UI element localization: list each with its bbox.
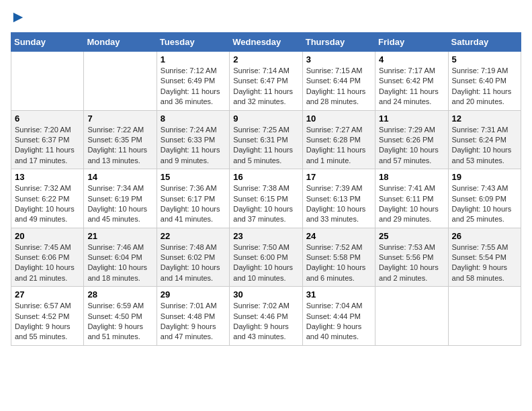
cell-content: Sunrise: 7:14 AMSunset: 6:47 PMDaylight:… bbox=[233, 66, 298, 107]
logo bbox=[11, 11, 24, 27]
day-number: 6 bbox=[15, 113, 80, 124]
day-number: 21 bbox=[87, 231, 152, 241]
day-number: 2 bbox=[233, 54, 298, 64]
cell-content: Sunrise: 7:24 AMSunset: 6:33 PMDaylight:… bbox=[161, 125, 226, 167]
week-row-0: 1Sunrise: 7:12 AMSunset: 6:49 PMDaylight… bbox=[11, 52, 521, 111]
calendar-table: SundayMondayTuesdayWednesdayThursdayFrid… bbox=[11, 32, 521, 346]
header-wednesday: Wednesday bbox=[230, 33, 302, 52]
day-number: 12 bbox=[452, 113, 517, 124]
calendar-cell: 15Sunrise: 7:36 AMSunset: 6:17 PMDayligh… bbox=[157, 169, 229, 228]
calendar-cell: 28Sunrise: 6:59 AMSunset: 4:50 PMDayligh… bbox=[84, 287, 157, 346]
cell-content: Sunrise: 7:22 AMSunset: 6:35 PMDaylight:… bbox=[87, 125, 152, 167]
calendar-cell: 1Sunrise: 7:12 AMSunset: 6:49 PMDaylight… bbox=[157, 52, 229, 111]
calendar-cell: 9Sunrise: 7:25 AMSunset: 6:31 PMDaylight… bbox=[230, 110, 302, 169]
cell-content: Sunrise: 7:38 AMSunset: 6:15 PMDaylight:… bbox=[233, 183, 298, 225]
calendar-cell: 12Sunrise: 7:31 AMSunset: 6:24 PMDayligh… bbox=[448, 110, 521, 169]
day-number: 28 bbox=[87, 289, 152, 300]
week-row-2: 13Sunrise: 7:32 AMSunset: 6:22 PMDayligh… bbox=[11, 169, 521, 228]
cell-content: Sunrise: 7:12 AMSunset: 6:49 PMDaylight:… bbox=[161, 66, 226, 107]
day-number: 7 bbox=[87, 113, 152, 124]
day-number: 10 bbox=[306, 113, 371, 124]
cell-content: Sunrise: 7:19 AMSunset: 6:40 PMDaylight:… bbox=[452, 66, 517, 107]
cell-content: Sunrise: 7:55 AMSunset: 5:54 PMDaylight:… bbox=[452, 242, 517, 284]
cell-content: Sunrise: 7:52 AMSunset: 5:58 PMDaylight:… bbox=[306, 242, 371, 284]
cell-content: Sunrise: 7:45 AMSunset: 6:06 PMDaylight:… bbox=[15, 242, 80, 284]
calendar-cell: 19Sunrise: 7:43 AMSunset: 6:09 PMDayligh… bbox=[448, 169, 521, 228]
cell-content: Sunrise: 7:01 AMSunset: 4:48 PMDaylight:… bbox=[161, 301, 226, 342]
cell-content: Sunrise: 6:57 AMSunset: 4:52 PMDaylight:… bbox=[15, 301, 80, 342]
calendar-cell: 13Sunrise: 7:32 AMSunset: 6:22 PMDayligh… bbox=[11, 169, 84, 228]
header-monday: Monday bbox=[84, 33, 157, 52]
cell-content: Sunrise: 7:32 AMSunset: 6:22 PMDaylight:… bbox=[15, 183, 80, 225]
calendar-cell bbox=[11, 52, 84, 111]
cell-content: Sunrise: 7:41 AMSunset: 6:11 PMDaylight:… bbox=[379, 183, 444, 225]
calendar-cell: 31Sunrise: 7:04 AMSunset: 4:44 PMDayligh… bbox=[302, 287, 375, 346]
page-header bbox=[11, 11, 521, 27]
calendar-cell: 30Sunrise: 7:02 AMSunset: 4:46 PMDayligh… bbox=[230, 287, 302, 346]
day-number: 8 bbox=[161, 113, 226, 124]
cell-content: Sunrise: 7:46 AMSunset: 6:04 PMDaylight:… bbox=[87, 242, 152, 284]
header-sunday: Sunday bbox=[11, 33, 84, 52]
calendar-cell: 16Sunrise: 7:38 AMSunset: 6:15 PMDayligh… bbox=[230, 169, 302, 228]
day-number: 26 bbox=[452, 231, 517, 241]
day-number: 5 bbox=[452, 54, 517, 64]
calendar-header-row: SundayMondayTuesdayWednesdayThursdayFrid… bbox=[11, 33, 521, 52]
calendar-cell: 24Sunrise: 7:52 AMSunset: 5:58 PMDayligh… bbox=[302, 228, 375, 287]
calendar-cell: 17Sunrise: 7:39 AMSunset: 6:13 PMDayligh… bbox=[302, 169, 375, 228]
cell-content: Sunrise: 7:25 AMSunset: 6:31 PMDaylight:… bbox=[233, 125, 298, 167]
calendar-cell: 22Sunrise: 7:48 AMSunset: 6:02 PMDayligh… bbox=[157, 228, 229, 287]
cell-content: Sunrise: 7:53 AMSunset: 5:56 PMDaylight:… bbox=[379, 242, 444, 284]
calendar-cell: 26Sunrise: 7:55 AMSunset: 5:54 PMDayligh… bbox=[448, 228, 521, 287]
day-number: 29 bbox=[161, 289, 226, 300]
day-number: 22 bbox=[161, 231, 226, 241]
cell-content: Sunrise: 6:59 AMSunset: 4:50 PMDaylight:… bbox=[87, 301, 152, 342]
calendar-cell: 11Sunrise: 7:29 AMSunset: 6:26 PMDayligh… bbox=[375, 110, 448, 169]
day-number: 19 bbox=[452, 172, 517, 182]
day-number: 16 bbox=[233, 172, 298, 182]
week-row-1: 6Sunrise: 7:20 AMSunset: 6:37 PMDaylight… bbox=[11, 110, 521, 169]
week-row-4: 27Sunrise: 6:57 AMSunset: 4:52 PMDayligh… bbox=[11, 287, 521, 346]
calendar-cell: 21Sunrise: 7:46 AMSunset: 6:04 PMDayligh… bbox=[84, 228, 157, 287]
calendar-cell: 8Sunrise: 7:24 AMSunset: 6:33 PMDaylight… bbox=[157, 110, 229, 169]
calendar-cell bbox=[448, 287, 521, 346]
day-number: 15 bbox=[161, 172, 226, 182]
calendar-cell: 5Sunrise: 7:19 AMSunset: 6:40 PMDaylight… bbox=[448, 52, 521, 111]
calendar-cell: 18Sunrise: 7:41 AMSunset: 6:11 PMDayligh… bbox=[375, 169, 448, 228]
cell-content: Sunrise: 7:17 AMSunset: 6:42 PMDaylight:… bbox=[379, 66, 444, 107]
day-number: 27 bbox=[15, 289, 80, 300]
cell-content: Sunrise: 7:31 AMSunset: 6:24 PMDaylight:… bbox=[452, 125, 517, 167]
day-number: 18 bbox=[379, 172, 444, 182]
calendar-cell: 4Sunrise: 7:17 AMSunset: 6:42 PMDaylight… bbox=[375, 52, 448, 111]
cell-content: Sunrise: 7:36 AMSunset: 6:17 PMDaylight:… bbox=[161, 183, 226, 225]
day-number: 13 bbox=[15, 172, 80, 182]
calendar-cell: 7Sunrise: 7:22 AMSunset: 6:35 PMDaylight… bbox=[84, 110, 157, 169]
day-number: 3 bbox=[306, 54, 371, 64]
calendar-cell: 23Sunrise: 7:50 AMSunset: 6:00 PMDayligh… bbox=[230, 228, 302, 287]
cell-content: Sunrise: 7:50 AMSunset: 6:00 PMDaylight:… bbox=[233, 242, 298, 284]
header-tuesday: Tuesday bbox=[157, 33, 229, 52]
day-number: 4 bbox=[379, 54, 444, 64]
day-number: 31 bbox=[306, 289, 371, 300]
cell-content: Sunrise: 7:39 AMSunset: 6:13 PMDaylight:… bbox=[306, 183, 371, 225]
cell-content: Sunrise: 7:29 AMSunset: 6:26 PMDaylight:… bbox=[379, 125, 444, 167]
day-number: 30 bbox=[233, 289, 298, 300]
day-number: 23 bbox=[233, 231, 298, 241]
calendar-cell: 10Sunrise: 7:27 AMSunset: 6:28 PMDayligh… bbox=[302, 110, 375, 169]
cell-content: Sunrise: 7:48 AMSunset: 6:02 PMDaylight:… bbox=[161, 242, 226, 284]
cell-content: Sunrise: 7:27 AMSunset: 6:28 PMDaylight:… bbox=[306, 125, 371, 167]
calendar-cell bbox=[84, 52, 157, 111]
cell-content: Sunrise: 7:02 AMSunset: 4:46 PMDaylight:… bbox=[233, 301, 298, 342]
logo-icon bbox=[12, 11, 24, 24]
day-number: 20 bbox=[15, 231, 80, 241]
day-number: 25 bbox=[379, 231, 444, 241]
calendar-cell: 3Sunrise: 7:15 AMSunset: 6:44 PMDaylight… bbox=[302, 52, 375, 111]
calendar-cell: 14Sunrise: 7:34 AMSunset: 6:19 PMDayligh… bbox=[84, 169, 157, 228]
calendar-cell bbox=[375, 287, 448, 346]
calendar-cell: 25Sunrise: 7:53 AMSunset: 5:56 PMDayligh… bbox=[375, 228, 448, 287]
day-number: 11 bbox=[379, 113, 444, 124]
cell-content: Sunrise: 7:34 AMSunset: 6:19 PMDaylight:… bbox=[87, 183, 152, 225]
calendar-cell: 20Sunrise: 7:45 AMSunset: 6:06 PMDayligh… bbox=[11, 228, 84, 287]
header-friday: Friday bbox=[375, 33, 448, 52]
calendar-cell: 29Sunrise: 7:01 AMSunset: 4:48 PMDayligh… bbox=[157, 287, 229, 346]
cell-content: Sunrise: 7:20 AMSunset: 6:37 PMDaylight:… bbox=[15, 125, 80, 167]
